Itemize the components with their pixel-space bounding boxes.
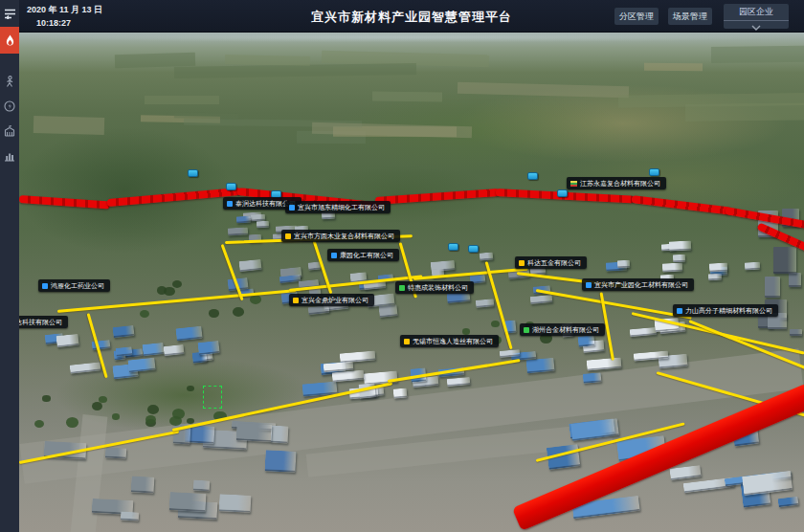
company-marker-icon [293,298,299,303]
park-enterprises-dropdown[interactable]: 园区企业 [724,4,789,29]
farm-field-strip [312,122,472,138]
tree [147,405,159,414]
building [578,335,595,346]
building [525,357,554,372]
scene-management-button[interactable]: 场景管理 [668,8,712,25]
building [790,329,802,336]
building [582,372,601,383]
farm-field-strip [618,92,804,108]
tree [145,415,156,424]
vehicle-marker[interactable] [188,169,198,177]
park-enterprises-label: 园区企业 [724,4,789,21]
factory-building-icon [4,125,15,137]
company-name-text: 兴化明达科技有限公司 [19,319,62,325]
vehicle-marker[interactable] [557,189,568,197]
company-map-label[interactable]: 宜兴市旭东精细化工有限公司 [285,201,391,213]
farm-field-strip [115,53,196,68]
company-map-label[interactable]: 力山高分子精细材料有限公司 [673,304,778,317]
farm-field-strip [184,119,362,128]
company-map-label[interactable]: 宜兴金鼎炉业有限公司 [289,294,374,306]
road-highlight-red [107,188,241,207]
page-title: 宜兴市新材料产业园智慧管理平台 [311,9,512,26]
sidebar-item-enterprise[interactable] [0,119,19,144]
company-map-label[interactable]: 宜兴市产业园化工材料有限公司 [582,278,694,291]
company-map-label[interactable]: 江苏永嘉复合材料有限公司 [567,177,666,189]
vehicle-marker[interactable] [649,168,659,176]
company-map-label[interactable]: 宜兴市方圆木业复合材料有限公司 [281,230,400,242]
top-header-bar: 2020 年 11 月 13 日 10:18:27 宜兴市新材料产业园智慧管理平… [19,0,804,33]
company-map-label[interactable]: 湖州合金材料有限公司 [520,323,605,336]
company-name-text: 江苏永嘉复合材料有限公司 [580,180,660,187]
building [530,296,553,305]
vehicle-marker[interactable] [468,245,479,253]
sidebar-item-energy[interactable] [0,94,19,119]
building [164,344,185,356]
building [446,292,470,303]
building [475,299,493,309]
company-marker-icon [586,282,592,288]
farm-field-strip [225,55,310,66]
sidebar-item-fire[interactable] [0,27,19,54]
company-map-label[interactable]: 鸿雁化工药业公司 [38,279,110,292]
building [332,369,365,381]
company-map-label[interactable]: 康园化工有限公司 [327,249,399,261]
building [765,277,780,298]
vehicle-marker[interactable] [226,183,236,190]
selection-box [203,386,222,409]
company-map-label[interactable]: 兴化明达科技有限公司 [19,316,68,328]
vehicle-marker[interactable] [527,172,538,180]
sidebar-item-personnel[interactable] [0,69,19,94]
sidebar-item-menu[interactable] [0,0,19,27]
road-highlight-red [19,195,110,210]
vehicle-marker[interactable] [448,243,458,251]
building [70,363,101,374]
company-name-text: 力山高分子精细材料有限公司 [685,307,772,314]
building [198,341,220,355]
farm-field-strip [34,116,105,135]
company-map-label[interactable]: 科达五金有限公司 [515,256,587,269]
power-gauge-icon [4,100,15,112]
building [778,497,799,508]
company-name-text: 湖州合金材料有限公司 [532,326,599,333]
tree [172,280,182,288]
terrain-patch [19,33,804,42]
current-date: 2020 年 11 月 13 日 [27,4,102,16]
building [127,357,155,372]
company-marker-icon [519,260,525,266]
tree [66,417,78,427]
building [227,227,247,235]
building [744,262,760,270]
building [192,479,210,491]
building [142,343,164,356]
building [789,273,801,287]
building [236,423,273,442]
company-marker-icon [285,233,291,239]
building [256,220,269,228]
terrain-patch [335,90,622,171]
building [393,388,408,398]
building [271,426,289,443]
tree [233,307,245,317]
building [378,304,397,318]
sidebar-item-statistics[interactable] [0,144,19,168]
building [707,273,721,280]
building [131,476,155,493]
tree [99,396,107,403]
building [105,447,127,458]
company-marker-icon [524,327,529,333]
building [176,326,203,342]
building [239,259,262,272]
zone-management-button[interactable]: 分区管理 [614,8,659,25]
building [56,333,78,346]
company-marker-icon [42,283,48,289]
company-map-label[interactable]: 特惠成装饰材料公司 [395,281,474,294]
tree [187,418,194,424]
tree [187,386,194,392]
company-name-text: 宜兴市方圆木业复合材料有限公司 [294,233,394,239]
company-map-label[interactable]: 无锡市恒逸人造丝有限公司 [400,335,499,347]
tree [42,395,50,402]
building [236,215,252,223]
company-marker-icon [404,339,410,344]
map-3d-view[interactable]: 泰润达科技有限公司宜兴市旭东精细化工有限公司江苏永嘉复合材料有限公司宜兴市方圆木… [19,33,804,532]
building [773,247,795,274]
